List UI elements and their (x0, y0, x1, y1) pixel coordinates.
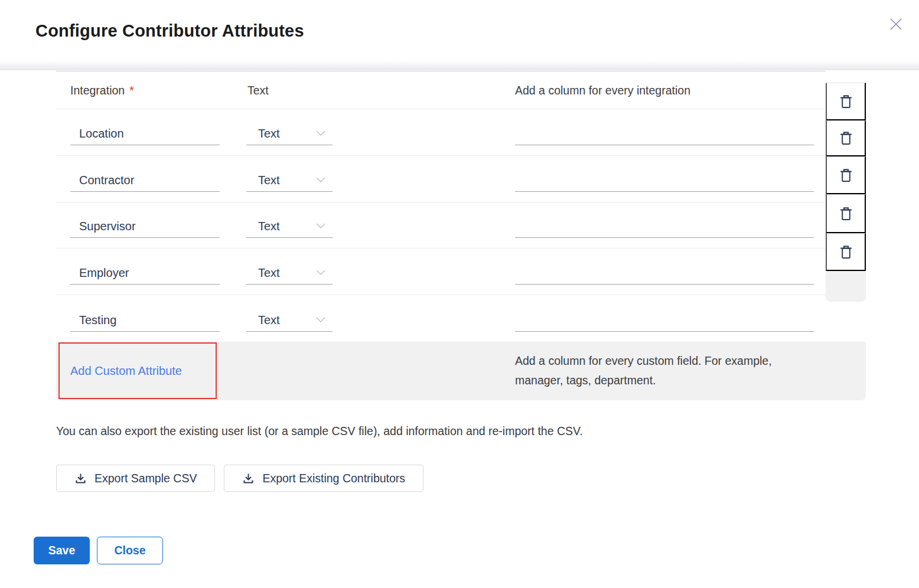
trash-icon (839, 94, 853, 109)
attribute-value-input[interactable] (515, 215, 814, 238)
export-existing-contributors-label: Export Existing Contributors (262, 472, 405, 485)
save-button[interactable]: Save (34, 537, 90, 564)
attribute-value-input[interactable] (515, 262, 814, 285)
attribute-type-select[interactable]: Text (246, 262, 333, 285)
attribute-type-select[interactable]: Text (246, 169, 333, 192)
integration-name-text: Integration (70, 84, 125, 97)
download-icon (242, 472, 255, 485)
delete-cell-placeholder (826, 271, 866, 302)
add-custom-attribute-link[interactable]: Add Custom Attribute (70, 364, 182, 378)
integration-type-label: Text (247, 71, 269, 109)
highlight-box: Add Custom Attribute (58, 342, 217, 399)
select-value: Text (258, 266, 280, 280)
attribute-value-input[interactable] (515, 122, 814, 145)
trash-icon (839, 130, 853, 146)
download-icon (74, 472, 87, 485)
description-line: Add a column for every custom field. For… (515, 351, 772, 371)
close-button[interactable]: Close (97, 537, 163, 564)
table-row-integration: Integration * Text Add a column for ever… (56, 71, 826, 109)
attribute-type-select[interactable]: Text (246, 309, 333, 332)
trash-icon (839, 168, 853, 183)
select-value: Text (258, 174, 280, 187)
export-buttons: Export Sample CSV Export Existing Contri… (56, 465, 423, 492)
attribute-type-select[interactable]: Text (246, 215, 333, 238)
trash-icon (839, 206, 853, 221)
required-asterisk: * (129, 84, 134, 97)
custom-attribute-description: Add a column for every custom field. For… (515, 351, 772, 390)
delete-row-button[interactable] (826, 194, 866, 233)
table-row: Location Text (56, 109, 826, 156)
chevron-down-icon (316, 177, 325, 183)
x-icon (888, 16, 904, 32)
delete-row-button[interactable] (826, 120, 866, 156)
table-row: Contractor Text (56, 156, 826, 202)
select-value: Text (258, 127, 280, 141)
export-sample-csv-label: Export Sample CSV (94, 472, 197, 485)
attribute-value-input[interactable] (515, 309, 814, 332)
attribute-value-input[interactable] (515, 169, 814, 192)
attribute-name-input[interactable]: Testing (70, 309, 220, 332)
page-title: Configure Contributor Attributes (35, 21, 304, 41)
table-row: Supervisor Text (56, 202, 826, 249)
export-existing-contributors-button[interactable]: Export Existing Contributors (224, 465, 423, 492)
header-divider (0, 61, 919, 70)
chevron-down-icon (316, 223, 325, 229)
attribute-type-select[interactable]: Text (246, 122, 333, 145)
select-value: Text (258, 313, 280, 327)
attribute-name-input[interactable]: Employer (70, 262, 220, 285)
trash-icon (839, 244, 853, 260)
delete-column (826, 70, 866, 342)
close-icon[interactable] (886, 14, 906, 34)
export-sample-csv-button[interactable]: Export Sample CSV (56, 465, 215, 492)
custom-attribute-row: Add Custom Attribute Add a column for ev… (56, 342, 866, 400)
chevron-down-icon (316, 270, 325, 276)
description-line: manager, tags, department. (515, 371, 772, 390)
delete-row-button[interactable] (826, 83, 866, 120)
attribute-name-input[interactable]: Location (70, 122, 220, 145)
table-row: Employer Text (56, 249, 826, 295)
attribute-name-input[interactable]: Supervisor (70, 215, 220, 238)
integration-label: Integration * (70, 71, 134, 109)
delete-row-button[interactable] (826, 233, 866, 271)
table-row: Testing Text (56, 295, 826, 342)
attribute-name-input[interactable]: Contractor (70, 169, 220, 192)
delete-row-button[interactable] (826, 156, 866, 194)
chevron-down-icon (316, 130, 325, 136)
export-hint-text: You can also export the existing user li… (56, 424, 583, 438)
chevron-down-icon (316, 317, 325, 323)
configure-contributor-attributes-modal: Configure Contributor Attributes Integra… (0, 0, 919, 588)
select-value: Text (258, 220, 280, 233)
integration-description: Add a column for every integration (515, 71, 690, 109)
